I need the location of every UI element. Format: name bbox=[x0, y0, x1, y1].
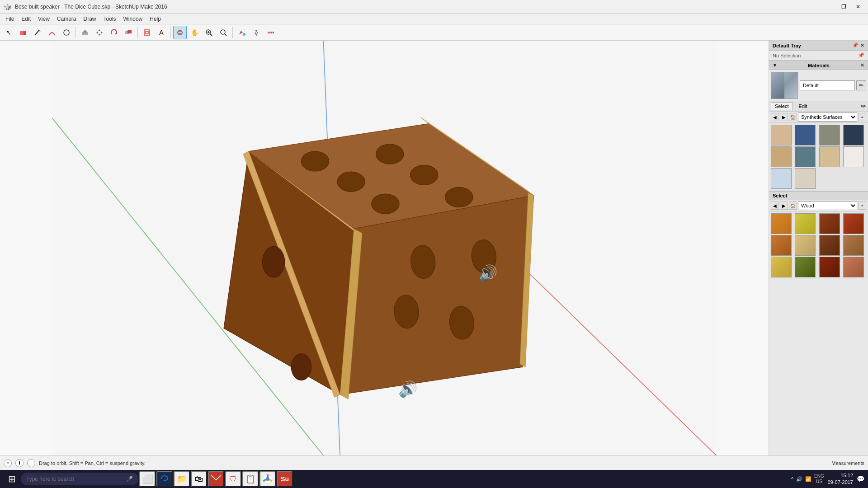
clock[interactable]: 15:12 09-07-2017 bbox=[828, 472, 853, 486]
title-bar-controls[interactable]: — ❐ ✕ bbox=[823, 1, 864, 12]
add-material-button[interactable]: + bbox=[858, 113, 866, 121]
nav-back-button-1[interactable]: ◀ bbox=[771, 113, 779, 121]
svg-point-43 bbox=[376, 144, 404, 164]
swatch-tan[interactable] bbox=[771, 125, 792, 145]
menu-view[interactable]: View bbox=[34, 15, 53, 23]
no-selection-pin-button[interactable]: 📌 bbox=[858, 52, 864, 58]
nav-back-button-2[interactable]: ◀ bbox=[771, 202, 779, 210]
materials-close-button[interactable]: ✕ bbox=[860, 62, 864, 68]
menu-camera[interactable]: Camera bbox=[53, 15, 80, 23]
swatch-darkwood[interactable] bbox=[819, 213, 840, 234]
swatch-gray[interactable] bbox=[819, 125, 840, 145]
scale-tool-button[interactable] bbox=[122, 26, 135, 39]
menu-draw[interactable]: Draw bbox=[80, 15, 100, 23]
zoom-extents-button[interactable] bbox=[217, 26, 230, 39]
start-button[interactable]: ⊞ bbox=[4, 471, 20, 487]
category-dropdown-1[interactable]: Synthetic Surfaces bbox=[798, 113, 857, 122]
network-icon[interactable]: 📶 bbox=[805, 476, 811, 482]
swatch-beige[interactable] bbox=[819, 146, 840, 167]
zoom-tool-button[interactable] bbox=[202, 26, 216, 39]
material-edit-button[interactable]: ✏ bbox=[856, 80, 866, 90]
search-input[interactable] bbox=[26, 476, 123, 482]
pencil-tool-button[interactable] bbox=[31, 26, 44, 39]
select-tool-button[interactable]: ↖ bbox=[2, 26, 15, 39]
category-dropdown-2[interactable]: Wood bbox=[798, 201, 857, 210]
measure-tool-button[interactable] bbox=[264, 26, 278, 39]
unknown-app-1-button[interactable]: 📋 bbox=[242, 471, 259, 487]
notification-icon[interactable]: 💬 bbox=[857, 475, 864, 483]
svg-rect-14 bbox=[144, 30, 150, 35]
menu-window[interactable]: Window bbox=[120, 15, 146, 23]
swatch-steel[interactable] bbox=[795, 146, 816, 167]
tray-pin-button[interactable]: 📌 bbox=[852, 42, 859, 48]
add-material-button-2[interactable]: + bbox=[858, 202, 866, 210]
swatch-birch[interactable] bbox=[771, 257, 792, 277]
status-icon-circle[interactable]: ○ bbox=[4, 459, 12, 467]
paintbucket-tool-button[interactable] bbox=[235, 26, 249, 39]
nav-home-button-1[interactable]: 🏠 bbox=[789, 113, 797, 121]
mail-button[interactable] bbox=[208, 471, 224, 487]
svg-marker-8 bbox=[98, 34, 101, 36]
tab-select[interactable]: Select bbox=[771, 102, 793, 110]
sketchup-button[interactable]: Su bbox=[277, 471, 293, 487]
edge-button[interactable] bbox=[156, 471, 173, 487]
swatch-pine[interactable] bbox=[843, 235, 864, 256]
svg-marker-6 bbox=[82, 30, 88, 33]
swatch-yellowwood[interactable] bbox=[795, 213, 816, 234]
store-button[interactable]: 🛍 bbox=[191, 471, 207, 487]
maximize-button[interactable]: ❐ bbox=[837, 1, 850, 12]
move-tool-button[interactable] bbox=[93, 26, 106, 39]
swatch-walnut[interactable] bbox=[819, 235, 840, 256]
chrome-button[interactable] bbox=[259, 471, 276, 487]
arc-tool-button[interactable] bbox=[45, 26, 59, 39]
antivirus-button[interactable]: 🛡 bbox=[225, 471, 241, 487]
swatch-oak[interactable] bbox=[771, 213, 792, 234]
orbit-tool-button[interactable] bbox=[173, 26, 187, 39]
swatch-white[interactable] bbox=[843, 146, 864, 167]
swatch-lightoak[interactable] bbox=[795, 235, 816, 256]
swatch-mahogany[interactable] bbox=[819, 257, 840, 277]
offset-tool-button[interactable] bbox=[140, 26, 154, 39]
swatch-blue[interactable] bbox=[795, 125, 816, 145]
swatch-redwood[interactable] bbox=[843, 213, 864, 234]
eraser-tool-button[interactable] bbox=[16, 26, 30, 39]
tab-edit[interactable]: Edit bbox=[795, 102, 811, 110]
nav-forward-button-1[interactable]: ▶ bbox=[780, 113, 788, 121]
menu-edit[interactable]: Edit bbox=[18, 15, 34, 23]
pushpull-tool-button[interactable] bbox=[78, 26, 92, 39]
text-tool-button[interactable]: A bbox=[155, 26, 168, 39]
tray-close-button[interactable]: ✕ bbox=[860, 42, 864, 48]
nav-forward-button-2[interactable]: ▶ bbox=[780, 202, 788, 210]
swatch-lighttan[interactable] bbox=[795, 168, 816, 189]
menu-tools[interactable]: Tools bbox=[100, 15, 120, 23]
svg-point-16 bbox=[178, 30, 182, 35]
close-button[interactable]: ✕ bbox=[852, 1, 864, 12]
status-icon-dot[interactable]: · bbox=[27, 459, 35, 467]
paint-icon[interactable]: ✏ bbox=[861, 103, 866, 110]
nav-home-button-2[interactable]: 🏠 bbox=[789, 202, 797, 210]
mic-icon: 🎤 bbox=[126, 476, 133, 482]
explorer-button[interactable]: 📁 bbox=[174, 471, 190, 487]
swatch-darkblue[interactable] bbox=[843, 125, 864, 145]
circle-tool-button[interactable] bbox=[60, 26, 73, 39]
rotate-tool-button[interactable] bbox=[107, 26, 121, 39]
menu-file[interactable]: File bbox=[2, 15, 18, 23]
swatch-cedar[interactable] bbox=[843, 257, 864, 277]
status-icon-info[interactable]: ℹ bbox=[15, 459, 24, 467]
swatch-greenwood[interactable] bbox=[795, 257, 816, 277]
pan-tool-button[interactable]: ✋ bbox=[188, 26, 201, 39]
speaker-icon[interactable]: 🔊 bbox=[796, 476, 802, 482]
menu-help[interactable]: Help bbox=[146, 15, 165, 23]
minimize-button[interactable]: — bbox=[823, 1, 835, 12]
svg-point-48 bbox=[263, 246, 285, 277]
walkthrough-tool-button[interactable] bbox=[250, 26, 263, 39]
swatch-lightblue[interactable] bbox=[771, 168, 792, 189]
swatch-tan2[interactable] bbox=[771, 146, 792, 167]
tray-up-arrow[interactable]: ^ bbox=[791, 476, 793, 482]
taskview-button[interactable]: ⬜ bbox=[139, 471, 156, 487]
taskbar-search[interactable]: 🎤 bbox=[21, 473, 138, 485]
lang-indicator: ENGUS bbox=[814, 474, 824, 484]
swatch-medoak[interactable] bbox=[771, 235, 792, 256]
viewport[interactable]: 🔊 🔊 bbox=[0, 41, 769, 455]
svg-marker-3 bbox=[39, 30, 41, 32]
